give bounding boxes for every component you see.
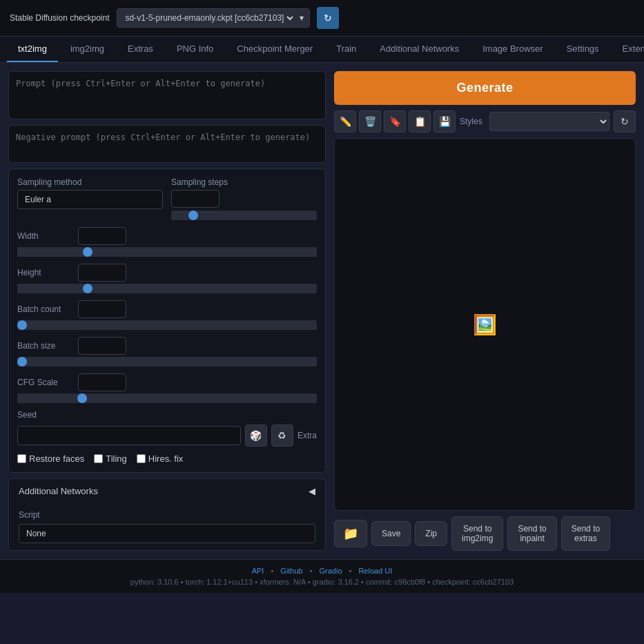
script-label: Script xyxy=(19,510,315,520)
hires-fix-checkbox[interactable]: Hires. fix xyxy=(137,453,184,464)
script-dropdown[interactable]: None xyxy=(19,524,315,543)
tab-settings[interactable]: Settings xyxy=(556,37,610,62)
image-placeholder-icon: 🖼️ xyxy=(473,313,497,336)
height-input[interactable]: 512 xyxy=(78,264,126,282)
options-row: Restore faces Tiling Hires. fix xyxy=(17,453,317,464)
seed-recycle-button[interactable]: ♻ xyxy=(271,425,293,447)
image-display: 🖼️ xyxy=(334,138,636,511)
checkpoint-title: Stable Diffusion checkpoint xyxy=(10,13,110,23)
checkpoint-info: checkpoint: cc6cb27103 xyxy=(432,578,514,586)
checkpoint-label-group: Stable Diffusion checkpoint xyxy=(10,13,110,23)
cfg-scale-group: CFG Scale 7 xyxy=(17,373,317,403)
height-slider[interactable] xyxy=(17,284,317,293)
additional-networks-section: Additional Networks ◀ Script None xyxy=(8,478,326,551)
styles-pencil-button[interactable]: ✏️ xyxy=(334,110,356,133)
sampling-row: Sampling method Euler a Sampling steps 2… xyxy=(17,177,317,220)
app-header: Stable Diffusion checkpoint sd-v1-5-prun… xyxy=(0,0,644,37)
styles-trash-button[interactable]: 🗑️ xyxy=(359,110,381,133)
styles-row: ✏️ 🗑️ 🔖 📋 💾 Styles ↻ xyxy=(334,110,636,133)
cfg-scale-label: CFG Scale xyxy=(17,378,72,387)
commit-info: commit: c98cb0f8 xyxy=(366,578,425,586)
main-content: Sampling method Euler a Sampling steps 2… xyxy=(0,63,644,559)
refresh-icon: ↻ xyxy=(324,12,332,23)
footer-info: python: 3.10.6 • torch: 1.12.1+cu113 • x… xyxy=(7,578,637,586)
restore-faces-checkbox[interactable]: Restore faces xyxy=(17,453,84,464)
main-tabs: txt2img img2img Extras PNG Info Checkpoi… xyxy=(0,37,644,63)
additional-networks-content: Script None xyxy=(9,503,325,550)
cfg-scale-input[interactable]: 7 xyxy=(78,373,126,391)
sampling-steps-group: Sampling steps 20 xyxy=(171,177,317,220)
tab-extensions[interactable]: Extensions xyxy=(612,37,644,62)
dice-icon: 🎲 xyxy=(250,430,262,441)
folder-icon: 📁 xyxy=(343,526,358,541)
refresh-checkpoint-button[interactable]: ↻ xyxy=(317,7,339,29)
height-group: Height 512 xyxy=(17,264,317,293)
styles-refresh-button[interactable]: ↻ xyxy=(614,110,636,133)
negative-prompt-input[interactable] xyxy=(8,125,326,163)
additional-networks-header[interactable]: Additional Networks ◀ xyxy=(9,479,325,503)
styles-copy-button[interactable]: 📋 xyxy=(409,110,431,133)
tiling-checkbox[interactable]: Tiling xyxy=(94,453,127,464)
footer: API • Github • Gradio • Reload UI python… xyxy=(0,559,644,593)
checkpoint-dropdown[interactable]: sd-v1-5-pruned-emaonly.ckpt [cc6cb27103] xyxy=(123,12,295,23)
action-buttons: 📁 Save Zip Send to img2img Send to inpai… xyxy=(334,516,636,551)
seed-label: Seed xyxy=(17,410,317,420)
styles-bookmark-button[interactable]: 🔖 xyxy=(384,110,406,133)
python-version: python: 3.10.6 xyxy=(130,578,179,586)
save-icon: 💾 xyxy=(439,116,451,127)
send-to-inpaint-button[interactable]: Send to inpaint xyxy=(507,516,556,551)
checkpoint-select-wrapper: sd-v1-5-pruned-emaonly.ckpt [cc6cb27103]… xyxy=(117,8,310,28)
tab-txt2img[interactable]: txt2img xyxy=(7,37,58,62)
batch-count-label: Batch count xyxy=(17,304,72,314)
styles-refresh-icon: ↻ xyxy=(621,116,629,127)
seed-group: Seed -1 🎲 ♻ Extra xyxy=(17,410,317,447)
chevron-down-icon: ▾ xyxy=(300,13,304,23)
width-group: Width 512 xyxy=(17,227,317,257)
send-to-img2img-button[interactable]: Send to img2img xyxy=(451,516,503,551)
tab-image-browser[interactable]: Image Browser xyxy=(471,37,554,62)
api-link[interactable]: API xyxy=(252,567,264,575)
pencil-icon: ✏️ xyxy=(340,116,351,127)
xformers-version: xformers: N/A xyxy=(260,578,306,586)
recycle-icon: ♻ xyxy=(277,430,286,441)
github-link[interactable]: Github xyxy=(280,567,302,575)
height-label: Height xyxy=(17,268,72,277)
reload-link[interactable]: Reload UI xyxy=(358,567,392,575)
additional-networks-title: Additional Networks xyxy=(19,486,98,496)
width-slider[interactable] xyxy=(17,247,317,257)
tab-checkpoint-merger[interactable]: Checkpoint Merger xyxy=(226,37,324,62)
tab-additional-networks[interactable]: Additional Networks xyxy=(369,37,470,62)
batch-count-slider[interactable] xyxy=(17,320,317,330)
seed-input[interactable]: -1 xyxy=(17,426,241,445)
gradio-link[interactable]: Gradio xyxy=(320,567,342,575)
batch-count-group: Batch count 1 xyxy=(17,300,317,330)
collapse-icon: ◀ xyxy=(309,486,315,496)
tab-img2img[interactable]: img2img xyxy=(59,37,115,62)
sampling-method-dropdown[interactable]: Euler a xyxy=(17,190,163,209)
zip-button[interactable]: Zip xyxy=(415,521,447,546)
trash-icon: 🗑️ xyxy=(364,116,376,127)
cfg-scale-slider[interactable] xyxy=(17,393,317,403)
copy-icon: 📋 xyxy=(414,116,426,127)
width-input[interactable]: 512 xyxy=(78,227,126,245)
save-button[interactable]: Save xyxy=(371,521,411,546)
seed-dice-button[interactable]: 🎲 xyxy=(245,425,267,447)
prompt-input[interactable] xyxy=(8,71,326,119)
sampling-steps-input[interactable]: 20 xyxy=(171,190,219,208)
batch-count-input[interactable]: 1 xyxy=(78,300,126,318)
send-to-extras-button[interactable]: Send to extras xyxy=(561,516,610,551)
bookmark-icon: 🔖 xyxy=(389,116,401,127)
open-folder-button[interactable]: 📁 xyxy=(334,520,367,547)
batch-size-input[interactable]: 1 xyxy=(78,337,126,355)
generate-button[interactable]: Generate xyxy=(334,71,636,105)
styles-dropdown[interactable] xyxy=(489,112,609,131)
styles-save-button[interactable]: 💾 xyxy=(433,110,456,133)
left-panel: Sampling method Euler a Sampling steps 2… xyxy=(8,71,326,551)
batch-size-slider[interactable] xyxy=(17,357,317,367)
tab-train[interactable]: Train xyxy=(325,37,367,62)
sampling-steps-slider[interactable] xyxy=(171,211,317,220)
sampling-steps-label: Sampling steps xyxy=(171,177,317,187)
sampling-method-label: Sampling method xyxy=(17,177,163,187)
tab-png-info[interactable]: PNG Info xyxy=(166,37,224,62)
tab-extras[interactable]: Extras xyxy=(117,37,164,62)
